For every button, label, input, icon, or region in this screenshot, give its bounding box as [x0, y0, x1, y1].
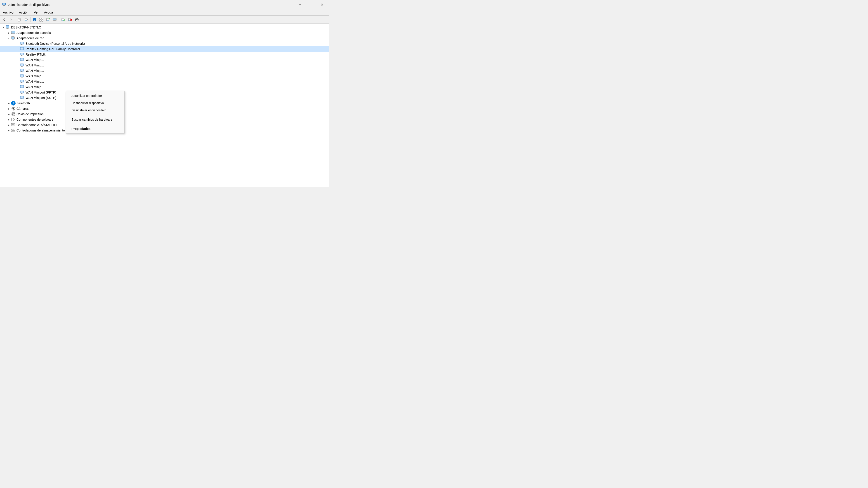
- update-driver-button[interactable]: [23, 17, 29, 23]
- root-computer-icon: [6, 25, 10, 30]
- root-expand-icon[interactable]: ▼: [1, 25, 6, 30]
- controladoras-ata-expand-icon[interactable]: ▶: [6, 123, 11, 127]
- svg-rect-67: [21, 69, 23, 71]
- camera-category-icon: [11, 106, 16, 111]
- net-device-icon-rtk1: [20, 47, 25, 51]
- tree-componentes-software[interactable]: ▶ Componentes de software: [0, 117, 329, 122]
- camaras-expand-icon[interactable]: ▶: [6, 106, 11, 111]
- tree-wan-3[interactable]: WAN Minip...: [0, 68, 329, 73]
- wan2-expand-spacer: [16, 63, 20, 68]
- tree-wan-2[interactable]: WAN Minip...: [0, 63, 329, 68]
- menu-archivo[interactable]: Archivo: [0, 10, 16, 15]
- svg-rect-57: [21, 56, 23, 56]
- software-category-icon: [11, 117, 16, 122]
- tree-colas-impresion[interactable]: ▶ Colas de impresión: [0, 111, 329, 117]
- uninstall-button[interactable]: [67, 17, 73, 23]
- controladoras-almacenamiento-expand-icon[interactable]: ▶: [6, 128, 11, 133]
- bluetooth-expand-icon[interactable]: ▶: [6, 101, 11, 105]
- tree-camaras[interactable]: ▶ Cámaras: [0, 106, 329, 111]
- bluetooth-icon-circle: ʙ: [11, 101, 16, 105]
- maximize-button[interactable]: □: [306, 1, 316, 8]
- tree-root[interactable]: ▼ DESKTOP-N87D7LC: [0, 25, 329, 30]
- wan-sstp-expand-spacer: [16, 96, 20, 100]
- properties-button[interactable]: [16, 17, 23, 23]
- download-button[interactable]: [74, 17, 80, 23]
- tree-realtek-rtl8[interactable]: Realtek RTL8...: [0, 52, 329, 57]
- svg-rect-51: [21, 48, 23, 50]
- tree-wan-4[interactable]: WAN Minip...: [0, 73, 329, 79]
- adaptadores-red-expand-icon[interactable]: ▼: [6, 36, 11, 40]
- scan-hardware-icon: [46, 18, 50, 22]
- svg-rect-37: [6, 29, 8, 29]
- svg-rect-73: [21, 77, 23, 77]
- menu-ayuda[interactable]: Ayuda: [41, 10, 56, 15]
- back-icon: [2, 18, 6, 22]
- svg-rect-95: [12, 114, 13, 115]
- net-device-icon-wan5: [20, 79, 25, 84]
- tree-wan-pptp[interactable]: WAN Miniport (PPTP): [0, 90, 329, 95]
- expand-tree-button[interactable]: [38, 17, 44, 23]
- menu-ver[interactable]: Ver: [31, 10, 41, 15]
- net-device-icon-wan2: [20, 63, 25, 68]
- download-icon: [75, 18, 79, 22]
- minimize-button[interactable]: −: [295, 1, 305, 8]
- svg-point-106: [12, 125, 12, 125]
- context-menu-scan-hardware[interactable]: Buscar cambios de hardware: [66, 116, 124, 123]
- svg-rect-114: [13, 129, 14, 130]
- net-device-icon-bt: [20, 41, 25, 46]
- title-bar-buttons: − □ ✕: [295, 1, 327, 8]
- tree-bluetooth[interactable]: ▶ ʙ Bluetooth: [0, 101, 329, 106]
- svg-rect-79: [21, 86, 23, 88]
- wan3-expand-spacer: [16, 68, 20, 73]
- svg-rect-100: [13, 120, 15, 121]
- tree-realtek-gaming[interactable]: Realtek Gaming GbE Family Controller: [0, 46, 329, 52]
- menu-accion[interactable]: Acción: [16, 10, 31, 15]
- svg-rect-18: [46, 20, 49, 21]
- expand-tree-icon: [39, 18, 43, 22]
- wan4-expand-spacer: [16, 74, 20, 78]
- tree-controladoras-almacenamiento[interactable]: ▶ Controladoras de almacenamiento: [0, 128, 329, 133]
- window-title: Administrador de dispositivos: [8, 3, 50, 6]
- camaras-label: Cámaras: [17, 107, 29, 110]
- properties-icon: [18, 18, 21, 22]
- wan-pptp-label: WAN Miniport (PPTP): [26, 91, 56, 94]
- colas-impresion-expand-icon[interactable]: ▶: [6, 112, 11, 116]
- tree-bluetooth-device[interactable]: Bluetooth Device (Personal Area Network): [0, 41, 329, 46]
- context-menu-update-driver[interactable]: Actualizar controlador: [66, 92, 124, 99]
- display-adapter-icon: [11, 31, 16, 35]
- tree-adaptadores-pantalla[interactable]: ▶ Adaptadores de pantalla: [0, 30, 329, 35]
- install-driver-icon: [61, 18, 65, 22]
- forward-icon: [9, 18, 13, 22]
- wan-sstp-label: WAN Miniport (SSTP): [26, 96, 56, 100]
- bluetooth-category-icon: ʙ: [11, 101, 16, 105]
- svg-rect-72: [21, 77, 22, 77]
- context-menu-disable-device[interactable]: Deshabilitar dispositivo: [66, 99, 124, 107]
- forward-button[interactable]: [8, 17, 14, 23]
- scan-hardware-button[interactable]: [45, 17, 51, 23]
- display-button[interactable]: [52, 17, 58, 23]
- tree-adaptadores-red[interactable]: ▼ Adaptadores de red: [0, 35, 329, 41]
- back-button[interactable]: [1, 17, 7, 23]
- svg-rect-6: [19, 19, 20, 20]
- tree-wan-6[interactable]: WAN Minip...: [0, 84, 329, 90]
- tree-wan-5[interactable]: WAN Minip...: [0, 79, 329, 84]
- adaptadores-pantalla-expand-icon[interactable]: ▶: [6, 31, 11, 35]
- wan3-label: WAN Minip...: [26, 69, 44, 72]
- install-driver-button[interactable]: [60, 17, 66, 23]
- context-menu-uninstall-device[interactable]: Desinstalar el dispositivo: [66, 107, 124, 114]
- svg-point-112: [12, 129, 12, 130]
- tree-wan-sstp[interactable]: WAN Miniport (SSTP): [0, 95, 329, 101]
- realtek-gaming-expand-spacer: [16, 47, 20, 51]
- componentes-software-expand-icon[interactable]: ▶: [6, 117, 11, 122]
- help-button[interactable]: ?: [31, 17, 38, 23]
- root-label: DESKTOP-N87D7LC: [11, 26, 41, 29]
- close-button[interactable]: ✕: [317, 1, 327, 8]
- wan2-label: WAN Minip...: [26, 64, 44, 67]
- componentes-software-label: Componentes de software: [17, 118, 53, 121]
- tree-wan-1[interactable]: WAN Minip...: [0, 57, 329, 63]
- toolbar-sep-1: [15, 17, 16, 22]
- tree-controladoras-ata[interactable]: ▶ Controladoras ATA/ATAPI IDE: [0, 122, 329, 128]
- svg-rect-36: [7, 28, 8, 29]
- context-menu-properties[interactable]: Propiedades: [66, 125, 124, 132]
- title-bar: Administrador de dispositivos − □ ✕: [0, 0, 329, 9]
